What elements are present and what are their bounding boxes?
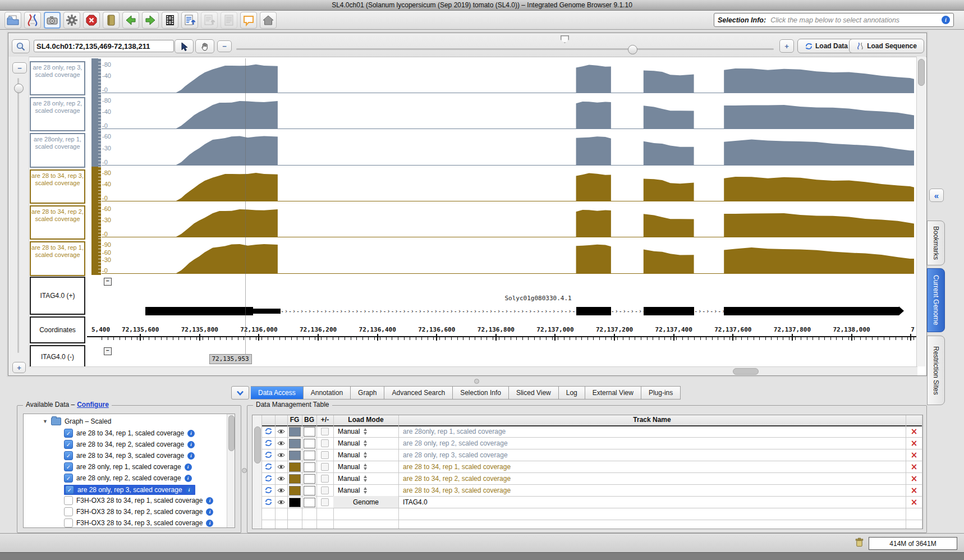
delete-track-button[interactable]: × bbox=[906, 437, 922, 449]
list-item[interactable]: ✓are 28 only, rep 1, scaled coveragei bbox=[64, 462, 192, 471]
row-refresh-button[interactable] bbox=[261, 437, 275, 449]
coverage-plot-4[interactable] bbox=[102, 167, 914, 203]
row-visibility-button[interactable] bbox=[275, 496, 287, 508]
plus-minus-checkbox[interactable] bbox=[316, 496, 333, 508]
track-zoom-in-button[interactable]: + bbox=[12, 362, 26, 373]
garbage-collect-button[interactable] bbox=[854, 537, 865, 550]
zoom-in-button[interactable]: + bbox=[779, 39, 794, 53]
collapse-sidebar-button[interactable]: « bbox=[929, 189, 944, 202]
row-visibility-button[interactable] bbox=[275, 484, 287, 496]
row-refresh-button[interactable] bbox=[261, 496, 275, 508]
spinner-icon[interactable] bbox=[364, 487, 368, 494]
list-item[interactable]: ✓are 28 only, rep 2, scaled coveragei bbox=[64, 474, 192, 483]
fg-color-swatch[interactable] bbox=[289, 498, 301, 507]
tab-graph[interactable]: Graph bbox=[351, 386, 384, 400]
collapse-minus-track-button[interactable]: − bbox=[104, 347, 112, 355]
table-scrollbar[interactable] bbox=[253, 415, 262, 529]
row-refresh-button[interactable] bbox=[261, 472, 275, 484]
load-mode-cell[interactable]: Manual bbox=[333, 425, 403, 437]
table-header-bg[interactable]: BG bbox=[302, 416, 316, 424]
item-checkbox[interactable]: ✓ bbox=[64, 429, 73, 438]
track-label-3[interactable]: are 28only, rep 1, scaled coverage bbox=[30, 133, 85, 168]
row-visibility-button[interactable] bbox=[275, 449, 287, 461]
forward-arrow-button[interactable] bbox=[142, 12, 159, 29]
bg-color-swatch[interactable] bbox=[304, 439, 315, 448]
coverage-plot-5[interactable] bbox=[102, 203, 914, 238]
zoom-out-button[interactable]: − bbox=[217, 40, 232, 52]
delete-track-button[interactable]: × bbox=[906, 449, 922, 461]
track-label-6[interactable]: are 28 to 34, rep 1, scaled coverage bbox=[30, 241, 85, 276]
coverage-plot-1[interactable] bbox=[102, 58, 914, 94]
item-checkbox[interactable]: ✓ bbox=[64, 474, 73, 483]
bg-color-swatch[interactable] bbox=[304, 498, 315, 507]
coverage-plot-2[interactable] bbox=[102, 94, 914, 130]
track-name-cell[interactable]: are 28only, rep 1, scaled coverage bbox=[398, 425, 910, 437]
fg-color-swatch[interactable] bbox=[289, 427, 301, 437]
camera-button[interactable] bbox=[44, 12, 61, 29]
load-mode-cell[interactable]: Manual bbox=[333, 461, 403, 472]
gene-exon[interactable] bbox=[145, 307, 253, 315]
load-mode-cell[interactable]: Manual bbox=[333, 437, 403, 449]
table-header-track[interactable]: Track Name bbox=[398, 416, 906, 424]
table-header-load[interactable]: Load Mode bbox=[333, 416, 398, 424]
vertical-zoom-slider[interactable] bbox=[17, 78, 19, 353]
item-info-icon[interactable]: i bbox=[206, 520, 213, 527]
horizontal-scrollbar-thumb[interactable] bbox=[733, 368, 759, 375]
preferences-gear-button[interactable] bbox=[63, 12, 80, 29]
vertical-zoom-knob[interactable] bbox=[14, 84, 24, 93]
zoom-slider-knob[interactable] bbox=[628, 45, 637, 54]
vertical-splitter-handle[interactable] bbox=[242, 468, 247, 473]
configure-link[interactable]: Configure bbox=[77, 401, 109, 408]
track-zoom-out-button[interactable]: − bbox=[12, 62, 27, 74]
spinner-icon[interactable] bbox=[364, 428, 368, 435]
table-header-fg[interactable]: FG bbox=[287, 416, 302, 424]
vertical-scrollbar-thumb[interactable] bbox=[918, 59, 925, 86]
plus-minus-checkbox[interactable] bbox=[316, 425, 333, 437]
item-info-icon[interactable]: i bbox=[187, 452, 195, 460]
plus-minus-checkbox[interactable] bbox=[316, 484, 333, 496]
plus-minus-checkbox[interactable] bbox=[316, 437, 333, 449]
bg-color-swatch[interactable] bbox=[304, 486, 315, 495]
gene-exon[interactable] bbox=[644, 307, 694, 315]
list-item[interactable]: F3H-OX3 28 to 34, rep 1, scaled coverage… bbox=[64, 496, 213, 505]
load-mode-cell[interactable]: Genome bbox=[333, 496, 398, 508]
gene-intron[interactable]: -›-›-›-›-› bbox=[694, 308, 724, 315]
track-name-cell[interactable]: are 28 to 34, rep 3, scaled coverage bbox=[398, 484, 910, 496]
load-mode-cell[interactable]: Manual bbox=[333, 449, 403, 461]
gene-exon[interactable] bbox=[253, 309, 281, 314]
row-refresh-button[interactable] bbox=[261, 425, 275, 437]
row-refresh-button[interactable] bbox=[261, 461, 275, 472]
gene-exon[interactable] bbox=[576, 307, 611, 315]
horizontal-scrollbar[interactable] bbox=[29, 366, 917, 375]
tree-folder-row[interactable]: ▼Graph – Scaled bbox=[43, 417, 111, 425]
item-info-icon[interactable]: i bbox=[185, 463, 192, 471]
tab-external-view[interactable]: External View bbox=[585, 386, 641, 400]
right-tab-current-genome[interactable]: Current Genome bbox=[927, 268, 945, 332]
load-sequence-button[interactable]: Load Sequence bbox=[849, 39, 924, 53]
item-checkbox[interactable]: ✓ bbox=[64, 440, 73, 449]
available-data-scrollbar[interactable] bbox=[227, 414, 235, 527]
row-visibility-button[interactable] bbox=[275, 472, 287, 484]
open-file-button[interactable] bbox=[4, 12, 21, 29]
list-item[interactable]: F3H-OX3 28 to 34, rep 2, scaled coverage… bbox=[64, 507, 213, 516]
track-name-cell[interactable]: are 28 to 34, rep 1, scaled coverage bbox=[398, 461, 910, 472]
right-tab-bookmarks[interactable]: Bookmarks bbox=[927, 221, 945, 265]
item-checkbox[interactable] bbox=[64, 496, 73, 505]
pan-tool-button[interactable] bbox=[195, 39, 214, 53]
tab-annotation[interactable]: Annotation bbox=[304, 386, 351, 400]
delete-track-button[interactable]: × bbox=[906, 425, 922, 437]
item-checkbox[interactable] bbox=[64, 507, 73, 516]
load-data-button[interactable]: Load Data bbox=[797, 39, 856, 53]
search-button[interactable] bbox=[12, 39, 30, 53]
fg-color-swatch[interactable] bbox=[289, 486, 301, 495]
bg-color-swatch[interactable] bbox=[304, 474, 315, 484]
item-checkbox[interactable]: ✓ bbox=[64, 451, 73, 460]
row-visibility-button[interactable] bbox=[275, 425, 287, 437]
export-annotations-button[interactable] bbox=[181, 12, 198, 29]
row-refresh-button[interactable] bbox=[261, 484, 275, 496]
bg-color-swatch[interactable] bbox=[304, 462, 315, 472]
track-name-cell[interactable]: are 28 only, rep 3, scaled coverage bbox=[398, 449, 910, 461]
item-info-icon[interactable]: i bbox=[185, 475, 192, 482]
fg-color-swatch[interactable] bbox=[289, 462, 301, 472]
track-label-itag-plus[interactable]: ITAG4.0 (+) bbox=[30, 277, 85, 315]
